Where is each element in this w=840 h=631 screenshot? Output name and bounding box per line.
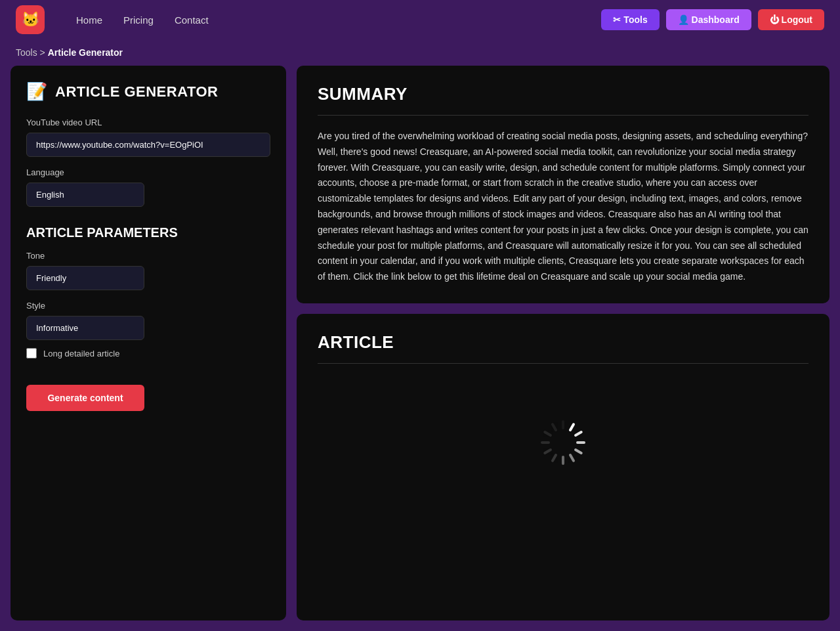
article-params-title: ARTICLE PARAMETERS — [26, 225, 270, 240]
summary-title: SUMMARY — [318, 84, 808, 104]
breadcrumb-current: Article Generator — [48, 47, 123, 58]
style-select[interactable]: Informative Narrative Descriptive Analyt… — [26, 316, 144, 340]
generate-button[interactable]: Generate content — [26, 385, 144, 411]
svg-line-3 — [570, 455, 574, 461]
dashboard-button[interactable]: 👤 Dashboard — [666, 9, 751, 30]
url-input[interactable] — [26, 133, 270, 157]
breadcrumb-tools[interactable]: Tools — [16, 47, 37, 58]
nav-pricing[interactable]: Pricing — [123, 14, 154, 26]
tools-button[interactable]: ✂ Tools — [601, 9, 659, 30]
tone-label: Tone — [26, 251, 270, 261]
summary-text: Are you tired of the overwhelming worklo… — [318, 129, 808, 285]
nav-home[interactable]: Home — [76, 14, 102, 26]
breadcrumb-separator: > — [40, 47, 45, 58]
url-label: YouTube video URL — [26, 118, 270, 127]
header: 🐱 Home Pricing Contact ✂ Tools 👤 Dashboa… — [0, 0, 840, 39]
svg-line-6 — [545, 450, 551, 453]
tone-select[interactable]: Friendly Professional Casual Formal — [26, 266, 144, 290]
panel-title-text: ARTICLE GENERATOR — [55, 83, 218, 100]
long-article-label[interactable]: Long detailed article — [43, 349, 119, 359]
svg-line-8 — [545, 432, 551, 435]
panel-title: 📝 ARTICLE GENERATOR — [26, 81, 270, 102]
panel-title-icon: 📝 — [26, 81, 47, 102]
svg-line-5 — [553, 455, 556, 461]
long-article-checkbox[interactable] — [26, 348, 37, 359]
svg-line-9 — [553, 424, 556, 430]
main-nav: Home Pricing Contact — [76, 14, 601, 26]
breadcrumb: Tools > Article Generator — [0, 39, 840, 66]
svg-line-2 — [576, 450, 581, 453]
article-title: ARTICLE — [318, 332, 808, 353]
language-label: Language — [26, 167, 270, 177]
right-panel: SUMMARY Are you tired of the overwhelmin… — [297, 66, 830, 620]
header-buttons: ✂ Tools 👤 Dashboard ⏻ Logout — [601, 9, 824, 30]
article-divider — [318, 363, 808, 364]
main-layout: 📝 ARTICLE GENERATOR YouTube video URL La… — [0, 66, 840, 631]
logo[interactable]: 🐱 — [16, 5, 45, 34]
long-article-row: Long detailed article — [26, 348, 270, 359]
loading-spinner — [527, 406, 598, 478]
summary-divider — [318, 115, 808, 116]
left-panel: 📝 ARTICLE GENERATOR YouTube video URL La… — [10, 66, 286, 620]
summary-box: SUMMARY Are you tired of the overwhelmin… — [297, 66, 830, 303]
style-label: Style — [26, 301, 270, 311]
nav-contact[interactable]: Contact — [175, 14, 209, 26]
svg-line-0 — [576, 432, 581, 435]
logout-button[interactable]: ⏻ Logout — [758, 9, 824, 30]
svg-line-11 — [570, 424, 574, 430]
language-select[interactable]: English — [26, 183, 144, 207]
loading-spinner-container — [318, 377, 808, 495]
article-box: ARTICLE — [297, 314, 830, 620]
logo-icon: 🐱 — [22, 11, 39, 28]
